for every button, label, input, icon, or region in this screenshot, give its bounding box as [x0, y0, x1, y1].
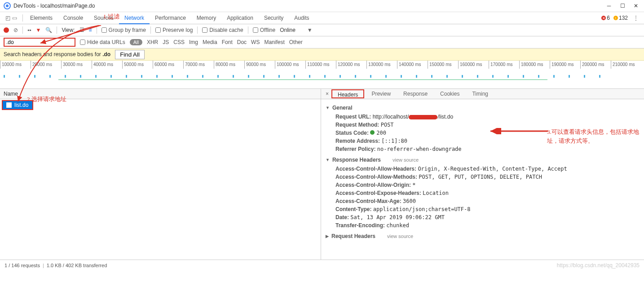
view-source-link[interactable]: view source: [387, 234, 413, 239]
timeline-tick: 110000 ms: [305, 61, 336, 69]
disable-cache-checkbox[interactable]: Disable cache: [202, 27, 243, 33]
response-headers-section[interactable]: Response Headersview source Access-Contr…: [321, 154, 644, 230]
filter-type-other[interactable]: Other: [289, 39, 303, 45]
timeline-tick: 210000 ms: [611, 61, 641, 69]
separator: [150, 26, 151, 34]
general-header: General: [332, 105, 353, 111]
timeline-tick: 200000 ms: [580, 61, 611, 69]
filter-input[interactable]: [4, 38, 75, 47]
watermark: https://blog.csdn.net/qq_20042935: [557, 262, 640, 269]
filter-type-font[interactable]: Font: [222, 39, 233, 45]
timeline-tick: 170000 ms: [489, 61, 519, 69]
details-tabs: × HeadersPreviewResponseCookiesTiming: [321, 89, 644, 99]
referrer-policy: Referrer Policy: no-referrer-when-downgr…: [326, 145, 640, 153]
request-url: Request URL: http://localhost//list.do: [326, 113, 640, 121]
close-details-icon[interactable]: ×: [323, 91, 331, 97]
tab-memory[interactable]: Memory: [191, 12, 221, 24]
timeline-overview[interactable]: 10000 ms20000 ms30000 ms40000 ms50000 ms…: [0, 61, 644, 89]
device-icon[interactable]: ▭: [12, 15, 17, 21]
filter-type-doc[interactable]: Doc: [237, 39, 247, 45]
response-header-item: Access-Control-Allow-Origin: *: [326, 181, 640, 189]
chevron-down-icon[interactable]: ▼: [307, 27, 313, 33]
find-all-button[interactable]: Find All: [115, 50, 145, 59]
offline-checkbox[interactable]: Offline: [253, 27, 275, 33]
search-icon[interactable]: 🔍: [45, 27, 52, 33]
filter-type-manifest[interactable]: Manifest: [264, 39, 284, 45]
tab-network[interactable]: Network: [119, 12, 150, 24]
separator: [22, 26, 23, 34]
details-tab-response[interactable]: Response: [398, 89, 433, 98]
request-count: 1 / 146 requests: [4, 263, 40, 268]
capture-screenshot-icon[interactable]: ▪▪: [27, 27, 31, 33]
filter-bar: Hide data URLs All XHRJSCSSImgMediaFontD…: [0, 36, 644, 48]
throttle-select[interactable]: Online: [280, 27, 296, 33]
network-split: Name list.do × HeadersPreviewResponseCoo…: [0, 89, 644, 260]
timeline-tick: 100000 ms: [275, 61, 305, 69]
request-row[interactable]: list.do: [2, 100, 33, 110]
maximize-button[interactable]: ☐: [620, 3, 625, 9]
request-method: Request Method: POST: [326, 121, 640, 129]
status-code: Status Code: 200: [326, 129, 640, 137]
request-name: list.do: [14, 102, 28, 108]
search-banner-text: Search headers and response bodies for .…: [4, 51, 110, 57]
filter-type-js[interactable]: JS: [163, 39, 169, 45]
response-header-item: Access-Control-Allow-Headers: Origin, X-…: [326, 165, 640, 173]
request-details: × HeadersPreviewResponseCookiesTiming Ge…: [321, 89, 644, 260]
file-icon: [6, 102, 12, 108]
large-rows-icon[interactable]: ☰: [79, 27, 84, 33]
response-headers-header: Response Headers: [332, 157, 381, 163]
warning-count[interactable]: !132: [612, 15, 630, 21]
filter-type-css[interactable]: CSS: [173, 39, 185, 45]
minimize-button[interactable]: ─: [606, 3, 612, 9]
preserve-log-checkbox[interactable]: Preserve log: [155, 27, 193, 33]
tab-sources[interactable]: Sources: [88, 12, 119, 24]
titlebar: DevTools - localhost/mainPage.do ─ ☐ ✕: [0, 0, 644, 12]
filter-icon[interactable]: ▼: [36, 27, 41, 33]
timeline-tick: 50000 ms: [122, 61, 153, 69]
search-banner: Search headers and response bodies for .…: [0, 48, 644, 61]
timeline-tick: 10000 ms: [0, 61, 31, 69]
tab-application[interactable]: Application: [221, 12, 259, 24]
record-button[interactable]: [4, 27, 9, 33]
timeline-tick: 130000 ms: [366, 61, 397, 69]
devtools-tabs: ◰ ▭ ElementsConsoleSourcesNetworkPerform…: [0, 12, 644, 24]
name-column-header[interactable]: Name: [0, 89, 321, 99]
tab-performance[interactable]: Performance: [150, 12, 191, 24]
timeline-tick: 160000 ms: [458, 61, 489, 69]
tab-console[interactable]: Console: [58, 12, 88, 24]
request-headers-section[interactable]: Request Headersview source: [321, 230, 644, 242]
tab-elements[interactable]: Elements: [25, 12, 58, 24]
filter-type-img[interactable]: Img: [189, 39, 198, 45]
details-tab-headers[interactable]: Headers: [331, 89, 364, 98]
timeline-tick: 30000 ms: [61, 61, 92, 69]
view-label: View:: [62, 27, 75, 33]
tab-audits[interactable]: Audits: [289, 12, 314, 24]
error-count[interactable]: ✕6: [600, 15, 612, 21]
view-source-link[interactable]: view source: [393, 157, 419, 163]
filter-type-all[interactable]: All: [130, 39, 142, 45]
separator: [57, 26, 57, 34]
details-tab-preview[interactable]: Preview: [366, 89, 396, 98]
separator: [97, 26, 97, 34]
tab-security[interactable]: Security: [259, 12, 289, 24]
close-button[interactable]: ✕: [633, 3, 639, 9]
clear-button[interactable]: ⊘: [13, 27, 18, 33]
overview-icon[interactable]: ≡: [89, 27, 92, 33]
more-icon[interactable]: ⋮: [630, 15, 642, 21]
transferred-size: 1.0 KB / 402 KB transferred: [47, 263, 107, 268]
devtools-icon: [4, 2, 11, 9]
response-header-item: Access-Control-Expose-Headers: Location: [326, 189, 640, 197]
inspect-icon[interactable]: ◰: [5, 15, 10, 21]
response-header-item: Access-Control-Max-Age: 3600: [326, 197, 640, 205]
details-tab-cookies[interactable]: Cookies: [435, 89, 465, 98]
filter-type-xhr[interactable]: XHR: [147, 39, 158, 45]
group-by-frame-checkbox[interactable]: Group by frame: [101, 27, 146, 33]
hide-data-urls-checkbox[interactable]: Hide data URLs: [80, 39, 125, 45]
general-section[interactable]: General Request URL: http://localhost//l…: [321, 102, 644, 154]
timeline-tick: 180000 ms: [519, 61, 550, 69]
filter-type-ws[interactable]: WS: [251, 39, 260, 45]
details-tab-timing[interactable]: Timing: [467, 89, 494, 98]
timeline-tick: 140000 ms: [397, 61, 428, 69]
filter-type-media[interactable]: Media: [203, 39, 217, 45]
window-controls: ─ ☐ ✕: [606, 3, 640, 9]
